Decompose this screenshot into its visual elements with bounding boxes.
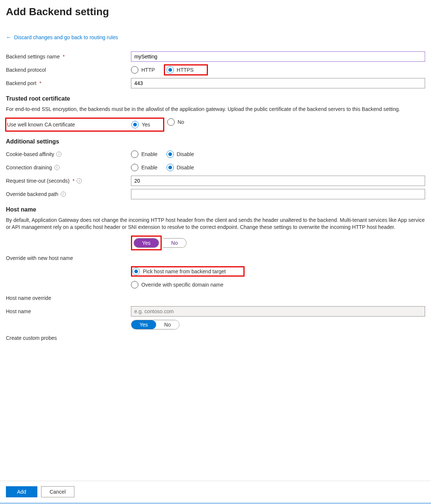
protocol-https-label: HTTPS <box>177 67 194 73</box>
protocol-http-radio[interactable]: HTTP <box>131 66 155 74</box>
override-path-input[interactable] <box>131 189 425 199</box>
drain-enable-radio[interactable]: Enable <box>131 164 158 171</box>
probes-yes[interactable]: Yes <box>131 320 156 329</box>
page-title: Add Backend setting <box>6 6 425 18</box>
custom-probes-toggle[interactable]: Yes No <box>131 320 179 329</box>
ca-no-radio[interactable]: No <box>167 118 184 126</box>
back-link-label: Discard changes and go back to routing r… <box>14 34 118 40</box>
custom-probes-label: Create custom probes <box>6 335 57 341</box>
radio-icon <box>166 150 174 158</box>
radio-icon <box>166 164 174 171</box>
radio-icon <box>131 150 138 158</box>
timeout-input[interactable] <box>131 176 425 186</box>
cookie-enable-radio[interactable]: Enable <box>131 150 158 158</box>
info-icon[interactable]: i <box>56 152 61 157</box>
override-host-yes[interactable]: Yes <box>134 239 159 247</box>
override-host-no[interactable]: No <box>163 239 186 247</box>
override-host-toggle[interactable]: Yes <box>134 238 159 248</box>
hostname-label: Host name <box>6 308 31 314</box>
backend-name-label: Backend settings name <box>6 54 60 60</box>
drain-label: Connection draining <box>6 165 52 170</box>
backend-name-input[interactable] <box>131 51 425 62</box>
ca-cert-label: Use well known CA certificate <box>7 122 75 128</box>
required-indicator: * <box>73 178 74 184</box>
radio-icon <box>132 268 140 275</box>
radio-icon <box>131 66 138 74</box>
protocol-http-label: HTTP <box>141 67 155 73</box>
ca-no-label: No <box>178 119 184 125</box>
drain-disable-radio[interactable]: Disable <box>166 164 194 171</box>
ca-yes-label: Yes <box>142 122 150 128</box>
info-icon[interactable]: i <box>61 192 66 197</box>
info-icon[interactable]: i <box>77 178 82 183</box>
hostname-input <box>131 306 425 317</box>
ca-yes-radio[interactable]: Yes <box>131 121 150 128</box>
backend-port-label: Backend port <box>6 80 37 86</box>
override-new-host-label: Override with new host name <box>6 255 73 261</box>
drain-disable-label: Disable <box>177 165 194 170</box>
trusted-cert-desc: For end-to-end SSL encryption, the backe… <box>6 106 425 113</box>
probes-no[interactable]: No <box>156 320 179 329</box>
radio-icon <box>131 164 138 171</box>
override-path-label: Override backend path <box>6 191 58 197</box>
cookie-affinity-label: Cookie-based affinity <box>6 151 54 157</box>
required-indicator: * <box>40 80 41 86</box>
specific-domain-radio[interactable]: Override with specific domain name <box>131 281 223 288</box>
radio-icon <box>166 66 174 74</box>
radio-icon <box>167 118 175 126</box>
info-icon[interactable]: i <box>54 165 60 170</box>
hostname-override-label: Host name override <box>6 295 51 301</box>
backend-protocol-label: Backend protocol <box>6 67 46 73</box>
timeout-label: Request time-out (seconds) <box>6 178 70 184</box>
drain-enable-label: Enable <box>141 165 158 170</box>
cookie-disable-radio[interactable]: Disable <box>166 150 194 158</box>
backend-port-input[interactable] <box>131 78 425 88</box>
pick-host-radio[interactable]: Pick host name from backend target <box>132 268 226 275</box>
hostname-desc: By default, Application Gateway does not… <box>6 217 425 231</box>
radio-icon <box>131 121 139 128</box>
pick-host-label: Pick host name from backend target <box>143 268 226 274</box>
required-indicator: * <box>63 54 65 60</box>
trusted-cert-heading: Trusted root certificate <box>6 95 425 102</box>
specific-domain-label: Override with specific domain name <box>141 282 223 288</box>
arrow-left-icon: ← <box>6 34 12 41</box>
radio-icon <box>131 281 138 288</box>
discard-back-link[interactable]: ← Discard changes and go back to routing… <box>6 34 118 41</box>
additional-heading: Additional settings <box>6 138 425 145</box>
hostname-heading: Host name <box>6 206 425 213</box>
protocol-https-radio[interactable]: HTTPS <box>166 66 194 74</box>
cookie-enable-label: Enable <box>141 151 158 157</box>
override-host-toggle-no-wrap: No <box>163 238 186 248</box>
cookie-disable-label: Disable <box>177 151 194 157</box>
